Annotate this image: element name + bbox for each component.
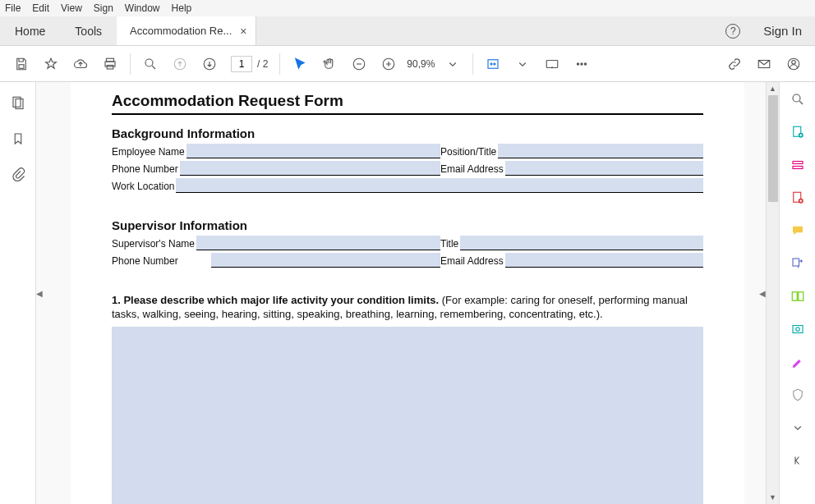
question-1-bold: 1. Please describe which major life acti… xyxy=(112,294,439,306)
bookmark-icon[interactable] xyxy=(11,131,25,149)
hand-tool-icon[interactable] xyxy=(316,51,343,77)
sign-in-button[interactable]: Sign In xyxy=(763,24,802,38)
background-heading: Background Information xyxy=(112,126,703,140)
cloud-upload-icon[interactable] xyxy=(67,51,94,77)
organize-icon[interactable] xyxy=(790,256,805,274)
help-icon[interactable]: ? xyxy=(725,24,740,39)
thumbnails-icon[interactable] xyxy=(11,95,25,113)
combine-icon[interactable] xyxy=(790,289,805,307)
tab-row: Home Tools Accommodation Re... × ? Sign … xyxy=(0,16,815,46)
scroll-down-icon[interactable]: ▼ xyxy=(767,491,779,504)
profile-icon[interactable] xyxy=(780,51,807,77)
search-tool-icon[interactable] xyxy=(790,92,805,110)
vertical-scrollbar[interactable]: ▲ ▼ xyxy=(766,82,779,504)
email-address-label: Email Address xyxy=(440,163,504,176)
svg-rect-0 xyxy=(19,64,24,68)
fit-width-icon[interactable] xyxy=(480,51,506,77)
collapse-left-icon[interactable]: ◀ xyxy=(36,289,43,298)
position-title-field[interactable] xyxy=(498,144,703,158)
page-up-icon[interactable] xyxy=(167,51,193,77)
menu-sign[interactable]: Sign xyxy=(94,2,113,14)
document-page: Accommodation Request Form Background In… xyxy=(71,82,744,504)
zoom-in-icon[interactable] xyxy=(375,51,402,77)
expand-rail-icon[interactable] xyxy=(790,453,805,471)
page-down-icon[interactable] xyxy=(196,51,223,77)
supervisor-email-label: Email Address xyxy=(440,255,504,268)
select-tool-icon[interactable] xyxy=(287,51,313,77)
fit-dropdown-icon[interactable] xyxy=(509,51,536,77)
comment-icon[interactable] xyxy=(790,223,805,241)
read-mode-icon[interactable] xyxy=(539,51,565,77)
edit-pdf-icon[interactable] xyxy=(790,158,805,176)
find-icon[interactable] xyxy=(137,51,163,77)
svg-point-19 xyxy=(793,94,800,102)
svg-point-11 xyxy=(578,62,579,64)
chevron-down-icon[interactable] xyxy=(790,420,805,438)
create-pdf-icon[interactable] xyxy=(790,125,805,143)
menu-help[interactable]: Help xyxy=(172,2,192,14)
svg-point-30 xyxy=(795,328,799,332)
supervisor-heading: Supervisor Information xyxy=(112,218,703,232)
email-icon[interactable] xyxy=(751,51,777,77)
svg-rect-27 xyxy=(792,292,797,301)
more-tools-icon[interactable] xyxy=(569,51,595,77)
print-icon[interactable] xyxy=(97,51,123,77)
page-indicator: / 2 xyxy=(231,56,268,72)
phone-number-field[interactable] xyxy=(180,161,440,176)
form-title: Accommodation Request Form xyxy=(112,92,703,110)
star-icon[interactable] xyxy=(38,51,64,77)
svg-rect-29 xyxy=(793,326,803,333)
menu-view[interactable]: View xyxy=(61,2,82,14)
menu-edit[interactable]: Edit xyxy=(32,2,49,14)
work-location-label: Work Location xyxy=(112,181,174,193)
menu-file[interactable]: File xyxy=(5,2,21,14)
email-address-field[interactable] xyxy=(505,161,703,176)
tab-tools[interactable]: Tools xyxy=(60,16,117,45)
svg-rect-3 xyxy=(107,65,113,69)
tab-home[interactable]: Home xyxy=(0,16,60,45)
scroll-thumb[interactable] xyxy=(768,95,778,202)
export-pdf-icon[interactable] xyxy=(790,190,805,208)
svg-rect-23 xyxy=(793,167,803,169)
menu-window[interactable]: Window xyxy=(125,2,160,14)
page-total-label: / 2 xyxy=(257,58,268,70)
supervisor-phone-label: Phone Number xyxy=(112,255,178,268)
phone-number-label: Phone Number xyxy=(112,163,178,176)
right-rail xyxy=(779,82,815,504)
scroll-up-icon[interactable]: ▲ xyxy=(767,82,779,95)
tab-close-icon[interactable]: × xyxy=(240,25,246,38)
zoom-dropdown-icon[interactable] xyxy=(440,51,466,77)
supervisor-name-field[interactable] xyxy=(196,236,440,250)
work-location-field[interactable] xyxy=(176,178,703,193)
toolbar: / 2 90,9% xyxy=(0,46,815,82)
sign-tool-icon[interactable] xyxy=(790,355,805,373)
attachment-icon[interactable] xyxy=(11,167,25,186)
employee-name-field[interactable] xyxy=(186,144,440,158)
svg-point-13 xyxy=(585,62,587,64)
collapse-right-icon[interactable]: ◀ xyxy=(759,289,766,298)
supervisor-phone-field[interactable] xyxy=(211,253,440,268)
tab-document[interactable]: Accommodation Re... × xyxy=(117,16,256,45)
document-viewport[interactable]: Accommodation Request Form Background In… xyxy=(36,82,779,504)
question-1-textarea[interactable] xyxy=(112,327,703,504)
svg-rect-22 xyxy=(793,162,803,164)
zoom-value: 90,9% xyxy=(407,58,435,70)
supervisor-title-field[interactable] xyxy=(460,236,703,250)
page-current-input[interactable] xyxy=(231,56,252,72)
svg-rect-26 xyxy=(793,259,799,266)
supervisor-name-label: Supervisor's Name xyxy=(112,238,195,250)
svg-point-16 xyxy=(792,60,796,64)
zoom-out-icon[interactable] xyxy=(346,51,372,77)
share-link-icon[interactable] xyxy=(721,51,748,77)
tab-document-label: Accommodation Re... xyxy=(130,25,232,37)
save-icon[interactable] xyxy=(8,51,35,77)
redact-icon[interactable] xyxy=(790,322,805,340)
position-title-label: Position/Title xyxy=(440,146,496,158)
protect-icon[interactable] xyxy=(790,387,805,405)
supervisor-title-label: Title xyxy=(440,238,458,250)
question-1: 1. Please describe which major life acti… xyxy=(112,293,703,322)
svg-point-4 xyxy=(145,59,153,66)
horizontal-rule xyxy=(112,113,703,115)
supervisor-email-field[interactable] xyxy=(505,253,703,268)
svg-point-12 xyxy=(581,62,582,64)
